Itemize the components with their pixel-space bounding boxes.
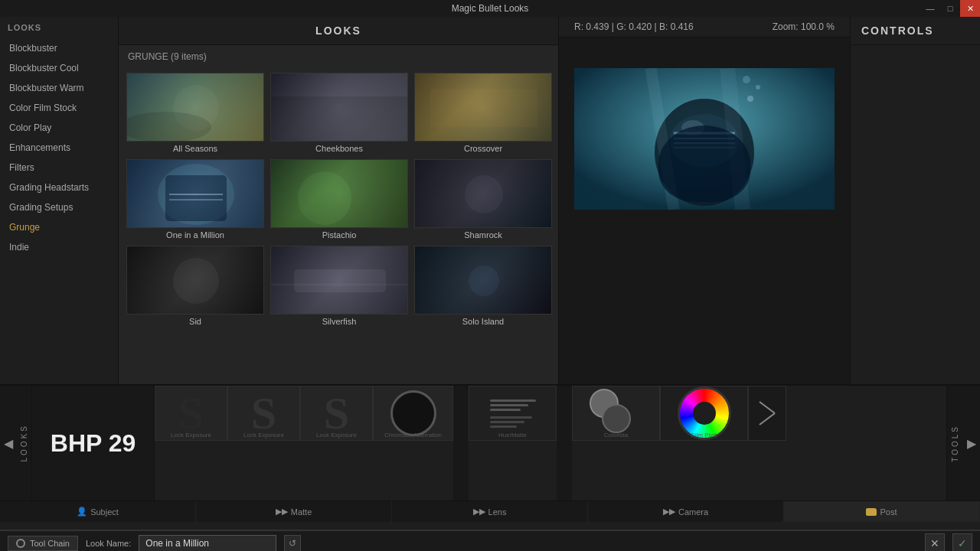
svg-rect-5 (165, 175, 227, 221)
look-thumb-crossover (414, 73, 552, 142)
tool-thumb-1[interactable]: S Lock Exposure (155, 386, 227, 441)
toolchain-text: Tool Chain (30, 539, 70, 548)
info-bar: R: 0.439 | G: 0.420 | B: 0.416 Zoom: 100… (559, 17, 850, 37)
circle-tool-icon (390, 390, 436, 436)
look-item-one-in-a-million[interactable]: One in a Million (125, 158, 266, 241)
tab-matte-label: Matte (291, 507, 312, 517)
toolchain-row: ◀ LOOKS BHP 29 S Lock Exposure S Lock (0, 386, 980, 500)
tool-thumb-2[interactable]: S Lock Exposure (227, 386, 300, 441)
confirm-icon: ✓ (958, 537, 967, 549)
svg-point-11 (173, 258, 219, 304)
look-item-solo-island[interactable]: Solo Island (413, 244, 554, 328)
look-thumb-silverfish (270, 246, 408, 315)
tab-camera[interactable]: ▶▶ Camera (588, 501, 784, 522)
bottom-area: ◀ LOOKS BHP 29 S Lock Exposure S Lock (0, 384, 980, 530)
titlebar: Magic Bullet Looks — □ ✕ (0, 0, 980, 17)
sidebar-header: LOOKS (0, 17, 118, 38)
partial-arrow-icon (756, 394, 779, 432)
maximize-button[interactable]: □ (940, 0, 960, 17)
svg-point-8 (298, 171, 351, 225)
svg-rect-3 (430, 89, 537, 127)
preview-image (574, 68, 835, 210)
tool-thumb-film-post[interactable]: Film Post (660, 386, 748, 441)
tool-thumb-lens[interactable]: Hue/Matte (469, 386, 557, 441)
tool-thumb-circle-label: Chromatic Aberration (374, 432, 452, 439)
sidebar-item-color-play[interactable]: Color Play (0, 118, 118, 138)
look-item-all-seasons[interactable]: All Seasons (125, 71, 266, 155)
sidebar-item-grunge[interactable]: Grunge (0, 217, 118, 237)
tool-thumb-partial[interactable] (748, 386, 786, 441)
look-item-crossover[interactable]: Crossover (413, 71, 554, 155)
svg-point-0 (173, 85, 219, 131)
svg-point-26 (743, 76, 750, 83)
svg-point-23 (681, 120, 704, 135)
cancel-button[interactable]: ✕ (925, 533, 945, 551)
tab-subject-label: Subject (90, 507, 119, 517)
sidebar: LOOKS Blockbuster Blockbuster Cool Block… (0, 17, 119, 384)
svg-line-30 (760, 413, 775, 425)
svg-rect-12 (294, 269, 386, 292)
sidebar-item-grading-setups[interactable]: Grading Setups (0, 197, 118, 217)
look-name-input[interactable] (139, 535, 276, 551)
look-label-pistachio: Pistachio (322, 230, 357, 240)
look-thumb-pistachio (270, 159, 408, 228)
lens-visual (484, 393, 542, 434)
controls-panel: CONTROLS ▶ (850, 17, 980, 384)
reset-button[interactable]: ↺ (284, 535, 301, 551)
look-label-solo-island: Solo Island (462, 317, 504, 326)
tab-matte[interactable]: ▶▶ Matte (196, 501, 392, 522)
tab-post[interactable]: Post (784, 501, 980, 522)
look-item-silverfish[interactable]: Silverfish (269, 244, 410, 328)
right-panel-arrow[interactable]: ▶ (963, 386, 980, 500)
sidebar-item-color-film-stock[interactable]: Color Film Stock (0, 98, 118, 118)
left-panel-arrow[interactable]: ◀ (0, 386, 17, 500)
svg-rect-16 (574, 68, 835, 210)
look-label-one-in-a-million: One in a Million (166, 230, 224, 240)
minimize-button[interactable]: — (920, 0, 940, 17)
close-button[interactable]: ✕ (960, 0, 980, 17)
tab-post-label: Post (880, 507, 897, 517)
look-thumb-solo-island (414, 246, 552, 315)
look-item-shamrock[interactable]: Shamrock (413, 158, 554, 241)
looks-vert-text: LOOKS (20, 424, 28, 461)
look-item-sid[interactable]: Sid (125, 244, 266, 328)
tab-lens[interactable]: ▶▶ Lens (392, 501, 588, 522)
sidebar-item-filters[interactable]: Filters (0, 158, 118, 178)
tool-thumbs: S Lock Exposure S Lock Exposure S Lock E… (155, 386, 946, 500)
look-label-all-seasons: All Seasons (173, 144, 217, 153)
looks-panel: LOOKS GRUNGE (9 items) All Seasons (119, 17, 559, 384)
sidebar-item-grading-headstarts[interactable]: Grading Headstarts (0, 178, 118, 197)
tools-vert-text: TOOLS (951, 425, 959, 462)
looks-panel-header: LOOKS (119, 17, 558, 45)
confirm-button[interactable]: ✓ (952, 533, 972, 551)
controls-title: CONTROLS (861, 24, 934, 37)
cancel-icon: ✕ (930, 537, 939, 549)
main-layout: LOOKS Blockbuster Blockbuster Cool Block… (0, 17, 980, 530)
top-area: LOOKS Blockbuster Blockbuster Cool Block… (0, 17, 980, 384)
sidebar-item-blockbuster-cool[interactable]: Blockbuster Cool (0, 58, 118, 78)
svg-point-24 (747, 96, 753, 102)
look-label-sid: Sid (189, 317, 201, 326)
tool-tabs: 👤 Subject ▶▶ Matte ▶▶ Lens ▶▶ Camera Pos… (0, 500, 980, 522)
look-item-pistachio[interactable]: Pistachio (269, 158, 410, 241)
look-label-crossover: Crossover (464, 144, 502, 153)
look-thumb-cheekbones (270, 73, 408, 142)
tool-thumb-circle[interactable]: Chromatic Aberration (373, 386, 453, 441)
tab-lens-label: Lens (488, 507, 507, 517)
rgb-info: R: 0.439 | G: 0.420 | B: 0.416 (574, 21, 694, 32)
tool-thumb-lens-label: Hue/Matte (469, 432, 556, 439)
bhp-display: BHP 29 (43, 429, 143, 458)
looks-side-label: LOOKS (17, 386, 32, 500)
look-label-silverfish: Silverfish (322, 317, 357, 326)
tool-thumb-3[interactable]: S Lock Exposure (300, 386, 373, 441)
tab-subject[interactable]: 👤 Subject (0, 501, 196, 522)
sidebar-item-blockbuster-warm[interactable]: Blockbuster Warm (0, 78, 118, 98)
svg-point-25 (756, 85, 760, 90)
sidebar-item-blockbuster[interactable]: Blockbuster (0, 38, 118, 58)
tool-thumb-colorista[interactable]: Colorista (572, 386, 660, 441)
sidebar-item-enhancements[interactable]: Enhancements (0, 138, 118, 158)
look-thumb-shamrock (414, 159, 552, 228)
camera-icon: ▶▶ (663, 507, 675, 517)
look-item-cheekbones[interactable]: Cheekbones (269, 71, 410, 155)
sidebar-item-indie[interactable]: Indie (0, 237, 118, 257)
